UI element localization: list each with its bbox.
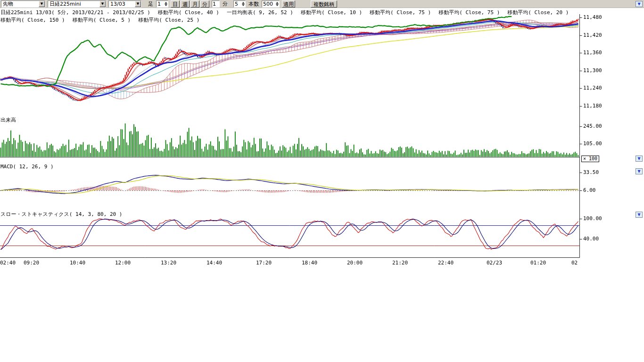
symbol-value: 日経225mini [50,0,81,8]
indicator-legend-item: 移動平均( Close, 5 ) [73,16,131,24]
instrument-type-value: 先物 [3,0,13,8]
dropdown-arrow-icon[interactable]: ▼ [39,1,45,7]
stoch-pane-menu-button[interactable]: ▼ [636,212,643,218]
price-pane-menu-button[interactable]: ▼ [636,1,643,7]
bars-label: 本数 [248,0,259,8]
multi-symbol-button[interactable]: 複数銘柄 [311,0,337,8]
volume-multiplier-badge: × 100 [581,156,599,162]
apply-button[interactable]: 適用 [282,0,295,8]
price-chart-canvas[interactable] [0,0,644,283]
dropdown-arrow-icon[interactable]: ▼ [99,1,106,7]
indicator-legend-item: 移動平均( Close, 10 ) [301,9,362,16]
contract-month-value: 13/03 [110,1,125,7]
symbol-select[interactable]: 日経225mini ▼ [48,0,106,8]
period-button[interactable]: 日 [171,0,180,8]
volume-pane-menu-button[interactable]: ▼ [636,156,643,162]
bar-count-value: 500 [263,1,273,7]
stoch-pane-label: スロー・ストキャスティクス( 14, 3, 80, 20 ) [0,211,122,218]
spinner-arrows-icon[interactable] [275,1,279,7]
minute-label: 分 [222,0,228,8]
period-button[interactable]: 月 [190,0,199,8]
trading-chart-app: { "toolbar": { "selects": [ {"value": "先… [0,0,644,362]
bars-interval-spinner[interactable]: 5 [233,0,246,8]
spinner-arrows-icon[interactable] [241,1,245,7]
indicator-legend-item: 一目均衡表( 9, 26, 52 ) [227,9,293,16]
minute-input[interactable] [212,0,220,8]
indicator-legend-item: 移動平均( Close, 25 ) [138,16,199,24]
dropdown-arrow-icon[interactable]: ▼ [135,1,141,7]
indicator-legend-row-2: 移動平均( Close, 150 )移動平均( Close, 5 )移動平均( … [0,16,199,24]
toolbar: 先物 ▼ 日経225mini ▼ 13/03 ▼ 足 1 日週月分 分 5 本数… [0,0,644,8]
bar-count-spinner[interactable]: 500 [262,0,280,8]
interval-spinner[interactable]: 1 [156,0,168,8]
macd-pane-label: MACD( 12, 26, 9 ) [0,164,54,170]
volume-pane-label: 出来高 [0,116,16,123]
macd-pane-menu-button[interactable]: ▼ [636,168,643,174]
period-button[interactable]: 分 [200,0,209,8]
indicator-legend-row-1: 日経225mini 13/03( 5分, 2013/02/21 - 2013/0… [0,9,569,16]
indicator-legend-item: 移動平均( Close, 75 ) [370,9,431,16]
interval-value: 1 [157,1,161,7]
period-buttons: 日週月分 [171,0,209,8]
indicator-legend-item: 移動平均( Close, 40 ) [158,9,219,16]
indicator-legend-item: 移動平均( Close, 150 ) [0,16,65,24]
period-button[interactable]: 週 [181,0,190,8]
spinner-arrows-icon[interactable] [164,1,168,7]
indicator-legend-item: 移動平均( Close, 20 ) [507,9,569,16]
timeframe-label: 足 [148,0,154,8]
contract-month-select[interactable]: 13/03 ▼ [108,0,141,8]
bars-interval-value: 5 [235,1,238,7]
instrument-type-select[interactable]: 先物 ▼ [1,0,45,8]
indicator-legend-item: 日経225mini 13/03( 5分, 2013/02/21 - 2013/0… [0,9,150,16]
indicator-legend-item: 移動平均( Close, 75 ) [438,9,500,16]
